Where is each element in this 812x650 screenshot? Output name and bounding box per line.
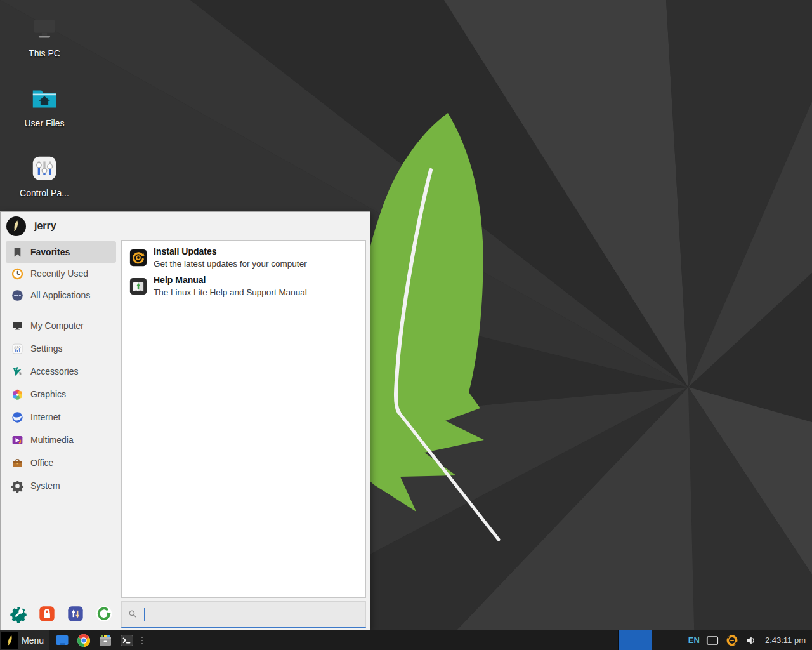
desktop-icon-control-panel[interactable]: Control Pa...: [10, 154, 79, 198]
desktop-icon-label: This PC: [29, 48, 60, 58]
accessories-icon: [11, 365, 24, 378]
workspace-pager[interactable]: [618, 630, 652, 650]
sidebar-item-label: Favorites: [30, 247, 70, 257]
taskbar-launchers: [55, 633, 134, 648]
taskbar: Menu: [0, 630, 812, 650]
feather-icon: [4, 634, 16, 647]
category-label: Internet: [30, 412, 60, 422]
desktop-icon-label: User Files: [24, 118, 64, 128]
menu-results-panel: Install Updates Get the latest updates f…: [121, 240, 366, 598]
menu-header: jerry: [1, 212, 370, 240]
category-graphics[interactable]: Graphics: [6, 383, 116, 406]
sidebar-separator: [8, 310, 112, 310]
computer-icon: [11, 319, 24, 333]
category-label: Accessories: [30, 366, 78, 376]
feather-icon: [10, 219, 23, 233]
clock-icon: [11, 267, 24, 281]
install-updates-icon: [129, 248, 148, 267]
result-title: Help Manual: [154, 274, 307, 286]
file-manager-launcher[interactable]: [55, 633, 70, 648]
search-icon: [127, 608, 139, 620]
whisker-menu: jerry Favorites Recently Used: [0, 211, 370, 630]
category-label: System: [30, 481, 60, 491]
category-system[interactable]: System: [6, 474, 116, 497]
lock-screen-button[interactable]: [38, 605, 56, 623]
log-out-button[interactable]: [95, 605, 113, 623]
category-label: Settings: [30, 343, 63, 354]
sidebar-item-all-applications[interactable]: All Applications: [6, 284, 116, 306]
user-avatar[interactable]: [6, 216, 26, 236]
result-title: Install Updates: [154, 246, 307, 258]
office-icon: [11, 456, 24, 470]
category-my-computer[interactable]: My Computer: [6, 314, 116, 337]
category-accessories[interactable]: Accessories: [6, 360, 116, 383]
category-internet[interactable]: Internet: [6, 406, 116, 428]
desktop-icon-label: Control Pa...: [20, 188, 69, 198]
panel-handle[interactable]: [141, 637, 143, 644]
desktop-icon-user-files[interactable]: User Files: [10, 84, 79, 128]
linux-lite-logo: [1, 632, 18, 649]
search-field: [121, 601, 366, 628]
keyboard-layout-indicator[interactable]: EN: [688, 635, 700, 645]
result-install-updates[interactable]: Install Updates Get the latest updates f…: [125, 244, 362, 272]
user-name: jerry: [34, 220, 56, 232]
category-multimedia[interactable]: Multimedia: [6, 428, 116, 451]
gear-icon: [11, 479, 24, 493]
category-label: Graphics: [30, 389, 66, 399]
category-label: Office: [30, 458, 53, 468]
sidebar-item-recently-used[interactable]: Recently Used: [6, 263, 116, 284]
multimedia-icon: [11, 434, 24, 447]
desktop: This PC User Files Control Pa...: [0, 0, 812, 650]
desktop-icon-this-pc[interactable]: This PC: [10, 14, 79, 58]
home-folder-icon: [30, 84, 59, 113]
category-office[interactable]: Office: [6, 451, 116, 474]
result-subtitle: The Linux Lite Help and Support Manual: [154, 286, 307, 298]
display-icon[interactable]: [705, 635, 719, 646]
result-subtitle: Get the latest updates for your computer: [154, 258, 307, 270]
settings-manager-button[interactable]: [10, 605, 27, 623]
terminal-launcher[interactable]: [119, 633, 134, 648]
category-settings[interactable]: Settings: [6, 337, 116, 360]
chrome-launcher[interactable]: [76, 633, 91, 648]
category-label: Multimedia: [30, 435, 74, 445]
internet-icon: [11, 411, 24, 424]
result-help-manual[interactable]: Help Manual The Linux Lite Help and Supp…: [125, 272, 362, 300]
sidebar-item-label: Recently Used: [30, 269, 88, 279]
switch-user-button[interactable]: [67, 605, 84, 623]
all-apps-icon: [11, 289, 24, 302]
sidebar-item-label: All Applications: [30, 290, 90, 300]
menu-button-label: Menu: [22, 635, 44, 646]
bookmark-icon: [11, 246, 24, 259]
computer-icon: [30, 14, 59, 43]
text-caret: [144, 608, 145, 621]
graphics-icon: [11, 388, 24, 401]
sliders-icon: [30, 154, 59, 183]
archive-manager-launcher[interactable]: [98, 633, 113, 648]
menu-actions: [10, 605, 113, 623]
sidebar-item-favorites[interactable]: Favorites: [6, 241, 116, 263]
volume-icon[interactable]: [745, 634, 757, 647]
sliders-icon: [11, 342, 24, 355]
help-manual-icon: [129, 277, 148, 296]
category-label: My Computer: [30, 321, 84, 331]
update-notifier-icon[interactable]: [725, 633, 739, 647]
menu-sidebar: Favorites Recently Used All Applications: [1, 241, 119, 597]
search-input[interactable]: [150, 609, 360, 620]
menu-button[interactable]: Menu: [0, 630, 49, 650]
system-tray: EN 2:43:11 pm: [688, 633, 812, 647]
clock[interactable]: 2:43:11 pm: [765, 635, 806, 645]
